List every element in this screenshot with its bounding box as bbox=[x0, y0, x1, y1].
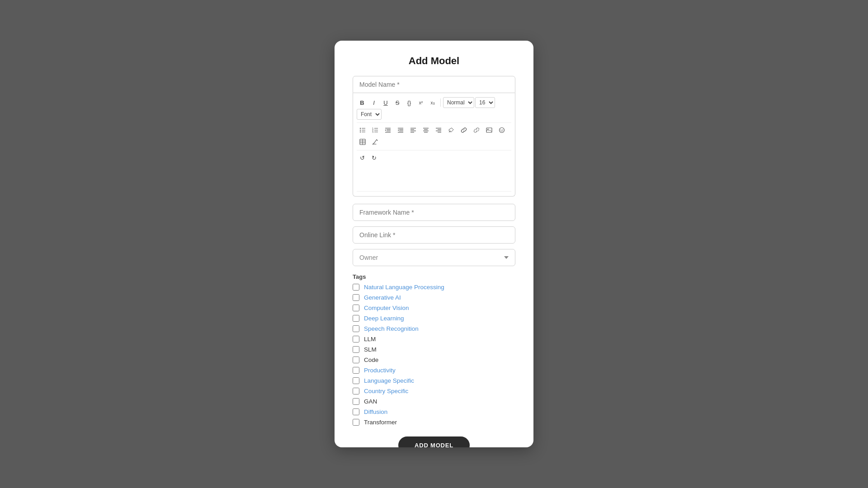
toolbar-row-2: 1. 2. 3. bbox=[357, 122, 511, 149]
tag-checkbox-country-specific[interactable] bbox=[353, 388, 359, 394]
underline-button[interactable]: U bbox=[380, 97, 391, 108]
svg-rect-24 bbox=[410, 131, 416, 131]
tag-label-sr[interactable]: Speech Recognition bbox=[364, 325, 419, 332]
tag-checkbox-cv[interactable] bbox=[353, 305, 359, 311]
tag-item: Generative AI bbox=[353, 294, 515, 301]
tag-label-slm[interactable]: SLM bbox=[364, 346, 377, 353]
tag-label-nlp[interactable]: Natural Language Processing bbox=[364, 284, 444, 291]
svg-rect-7 bbox=[374, 128, 378, 129]
tag-item: Transformer bbox=[353, 419, 515, 426]
code-button[interactable]: {} bbox=[404, 97, 415, 108]
svg-rect-22 bbox=[410, 128, 416, 128]
tag-item: Country Specific bbox=[353, 388, 515, 394]
tag-item: Speech Recognition bbox=[353, 325, 515, 332]
tag-checkbox-slm[interactable] bbox=[353, 346, 359, 353]
tag-checkbox-lang-specific[interactable] bbox=[353, 377, 359, 384]
tag-label-lang-specific[interactable]: Language Specific bbox=[364, 377, 414, 384]
svg-rect-19 bbox=[399, 131, 403, 131]
svg-rect-4 bbox=[360, 131, 361, 132]
svg-marker-21 bbox=[398, 129, 399, 131]
add-model-button[interactable]: ADD MODEL bbox=[398, 436, 470, 447]
svg-rect-0 bbox=[360, 128, 361, 129]
tag-checkbox-nlp[interactable] bbox=[353, 284, 359, 291]
svg-rect-17 bbox=[398, 128, 403, 128]
unlink-button[interactable] bbox=[471, 125, 482, 136]
tag-checkbox-sr[interactable] bbox=[353, 325, 359, 332]
tag-label-country-specific[interactable]: Country Specific bbox=[364, 388, 408, 394]
tag-label-productivity[interactable]: Productivity bbox=[364, 367, 396, 374]
tag-item: Computer Vision bbox=[353, 305, 515, 311]
tag-label-code[interactable]: Code bbox=[364, 357, 378, 363]
svg-text:3.: 3. bbox=[372, 131, 374, 133]
svg-rect-28 bbox=[423, 131, 429, 131]
emoji-button[interactable] bbox=[496, 125, 508, 136]
owner-select[interactable]: Owner bbox=[353, 249, 515, 266]
tag-checkbox-gan[interactable] bbox=[353, 398, 359, 405]
tag-item: Natural Language Processing bbox=[353, 284, 515, 291]
svg-point-37 bbox=[500, 128, 505, 133]
link-button[interactable] bbox=[458, 125, 470, 136]
tag-checkbox-genai[interactable] bbox=[353, 294, 359, 301]
svg-rect-1 bbox=[362, 128, 365, 129]
image-button[interactable] bbox=[483, 125, 495, 136]
editor-toolbar: B I U S {} x² x₂ Normal 16 Font bbox=[353, 93, 515, 197]
indent-button[interactable] bbox=[382, 125, 394, 136]
align-right-button[interactable] bbox=[433, 125, 444, 136]
svg-rect-14 bbox=[387, 131, 391, 131]
highlight-button[interactable] bbox=[445, 125, 457, 136]
tag-label-dl[interactable]: Deep Learning bbox=[364, 315, 404, 322]
align-center-button[interactable] bbox=[420, 125, 432, 136]
italic-button[interactable]: I bbox=[368, 97, 379, 108]
svg-rect-30 bbox=[436, 128, 441, 128]
svg-rect-26 bbox=[423, 128, 429, 128]
svg-point-39 bbox=[502, 129, 503, 130]
tag-label-genai[interactable]: Generative AI bbox=[364, 294, 401, 301]
toolbar-row-3: ↺ ↻ bbox=[357, 150, 511, 164]
strikethrough-button[interactable]: S bbox=[392, 97, 403, 108]
bold-button[interactable]: B bbox=[357, 97, 368, 108]
font-select[interactable]: Font bbox=[357, 109, 382, 120]
framework-name-input[interactable] bbox=[353, 204, 515, 221]
model-name-input[interactable] bbox=[353, 76, 515, 93]
svg-rect-18 bbox=[399, 129, 403, 130]
redo-button[interactable]: ↻ bbox=[368, 152, 379, 163]
undo-button[interactable]: ↺ bbox=[357, 152, 368, 163]
svg-rect-32 bbox=[436, 131, 441, 131]
svg-rect-13 bbox=[387, 129, 391, 130]
superscript-button[interactable]: x² bbox=[415, 97, 426, 108]
text-style-select[interactable]: Normal bbox=[443, 97, 474, 108]
tag-checkbox-dl[interactable] bbox=[353, 315, 359, 322]
svg-rect-31 bbox=[438, 129, 441, 130]
tag-item: Code bbox=[353, 357, 515, 363]
tag-label-transformer[interactable]: Transformer bbox=[364, 419, 397, 426]
tag-checkbox-productivity[interactable] bbox=[353, 367, 359, 374]
svg-rect-23 bbox=[410, 129, 414, 130]
tag-checkbox-transformer[interactable] bbox=[353, 419, 359, 426]
modal-title: Add Model bbox=[353, 55, 515, 67]
tag-item: Productivity bbox=[353, 367, 515, 374]
tag-label-llm[interactable]: LLM bbox=[364, 336, 376, 343]
svg-rect-11 bbox=[374, 132, 378, 132]
ordered-list-button[interactable]: 1. 2. 3. bbox=[369, 125, 381, 136]
tag-checkbox-diffusion[interactable] bbox=[353, 408, 359, 415]
align-left-button[interactable] bbox=[407, 125, 419, 136]
table-button[interactable] bbox=[357, 136, 368, 147]
svg-rect-12 bbox=[385, 128, 391, 128]
font-size-select[interactable]: 16 bbox=[475, 97, 495, 108]
description-editor[interactable] bbox=[357, 164, 511, 192]
outdent-button[interactable] bbox=[395, 125, 406, 136]
tag-checkbox-llm[interactable] bbox=[353, 336, 359, 343]
online-link-input[interactable] bbox=[353, 226, 515, 244]
tag-checkbox-code[interactable] bbox=[353, 357, 359, 363]
tag-label-cv[interactable]: Computer Vision bbox=[364, 305, 409, 311]
subscript-button[interactable]: x₂ bbox=[427, 97, 438, 108]
tag-item: Deep Learning bbox=[353, 315, 515, 322]
tag-item: LLM bbox=[353, 336, 515, 343]
clear-format-button[interactable] bbox=[369, 136, 381, 147]
tag-label-gan[interactable]: GAN bbox=[364, 398, 377, 405]
svg-marker-16 bbox=[385, 129, 386, 131]
tag-label-diffusion[interactable]: Diffusion bbox=[364, 408, 387, 415]
svg-rect-25 bbox=[410, 132, 414, 132]
svg-rect-29 bbox=[424, 132, 428, 132]
unordered-list-button[interactable] bbox=[357, 125, 368, 136]
